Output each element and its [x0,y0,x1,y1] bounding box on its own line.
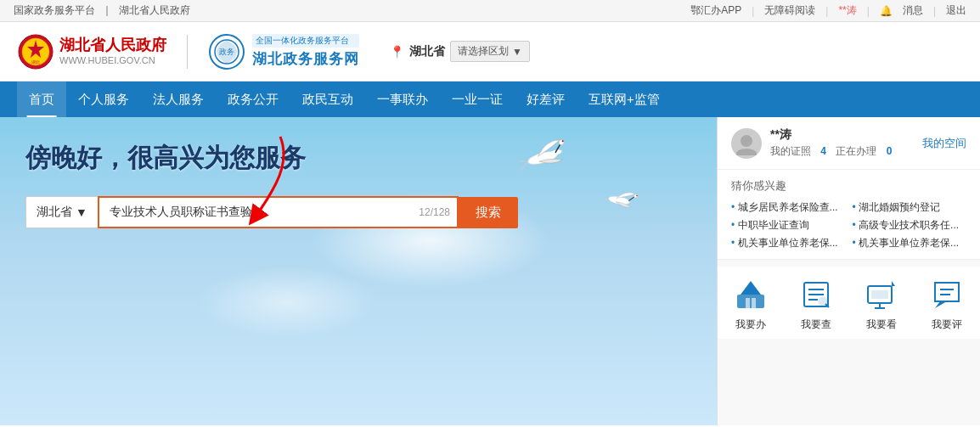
svg-marker-20 [741,281,761,295]
search-province-selector[interactable]: 湖北省 ▼ [25,196,98,228]
chevron-down-icon: ▼ [512,46,522,58]
nav-onelicense-label: 一业一证 [452,92,503,108]
nav-legal-label: 法人服务 [153,92,204,108]
divider-4: | [933,5,936,17]
search-province-arrow-icon: ▼ [76,205,87,219]
nav-home-label: 首页 [29,92,54,108]
nav-item-legal[interactable]: 法人服务 [141,81,216,117]
bell-icon: 🔔 [880,5,893,17]
nav-item-personal[interactable]: 个人服务 [66,81,141,117]
rate-icon [929,277,965,312]
annotation-arrow [238,132,297,229]
quick-action-view[interactable]: 我要看 [864,277,899,332]
quick-action-query-label: 我要查 [801,317,831,332]
query-icon [798,277,834,312]
nav-interaction-label: 政民互动 [302,92,353,108]
svg-rect-22 [752,298,756,308]
quick-action-rate[interactable]: 我要评 [929,277,965,332]
divider-1: | [752,5,754,17]
app-link[interactable]: 鄂汇办APP [690,3,741,18]
svg-rect-32 [871,290,888,299]
location-name: 湖北省 [409,44,445,59]
right-panel: **涛 我的证照 4 正在办理 0 我的空间 猜你感兴趣 城乡居民养老保险查..… [717,117,980,425]
top-bar: 国家政务服务平台 ｜ 湖北省人民政府 鄂汇办APP | 无障碍阅读 | **涛 … [0,0,980,22]
interest-item-4[interactable]: 高级专业技术职务任... [853,218,967,233]
svg-marker-35 [935,301,947,308]
quick-action-query[interactable]: 我要查 [798,277,834,332]
gov-emblem-icon: 湖北 [17,33,54,70]
svg-point-18 [736,149,757,155]
quick-action-handle-label: 我要办 [735,317,766,332]
main-nav: 首页 个人服务 法人服务 政务公开 政民互动 一事联办 一业一证 好差评 互联网… [0,81,980,117]
header-divider [187,35,188,69]
top-bar-right: 鄂汇办APP | 无障碍阅读 | **涛 | 🔔 消息 | 退出 [690,3,966,18]
interest-item-1[interactable]: 城乡居民养老保险查... [731,200,846,215]
hubei-gov-link[interactable]: 湖北省人民政府 [119,3,190,18]
nav-item-onestop[interactable]: 一事联办 [365,81,440,117]
svg-text:政务: 政务 [219,48,234,56]
top-bar-left: 国家政务服务平台 ｜ 湖北省人民政府 [14,3,190,18]
nav-openness-label: 政务公开 [228,92,279,108]
location-dropdown-label: 请选择区划 [458,44,509,59]
processing-count: 0 [887,145,893,157]
quick-actions: 我要办 我要查 [718,267,980,339]
svg-text:湖北: 湖北 [31,59,40,65]
gov-url: WWW.HUBEI.GOV.CN [59,55,166,66]
certs-count: 4 [820,145,826,157]
search-province-label: 湖北省 [37,205,72,220]
national-platform-link[interactable]: 国家政务服务平台 [14,3,95,18]
interest-item-5[interactable]: 机关事业单位养老保... [731,236,846,250]
nav-item-rating[interactable]: 好差评 [515,81,577,117]
certs-label: 我的证照 [770,145,811,157]
search-count: 12/128 [419,206,450,218]
my-space-button[interactable]: 我的空间 [922,136,966,151]
service-logo[interactable]: 政务 全国一体化政务服务平台 湖北政务服务网 [208,33,359,70]
view-icon [864,277,899,312]
logout-link[interactable]: 退出 [946,3,966,18]
svg-point-17 [741,135,752,147]
svg-line-9 [518,162,530,171]
interest-item-3[interactable]: 中职毕业证查询 [731,218,846,233]
location-dropdown-button[interactable]: 请选择区划 ▼ [450,41,530,62]
nav-item-onelicense[interactable]: 一业一证 [440,81,515,117]
gov-logo-text: 湖北省人民政府 WWW.HUBEI.GOV.CN [59,37,166,66]
svg-rect-19 [737,295,764,308]
service-logo-text: 全国一体化政务服务平台 湖北政务服务网 [252,34,359,69]
interest-item-6[interactable]: 机关事业单位养老保... [853,236,967,250]
user-info-left: **涛 我的证照 4 正在办理 0 [731,127,898,159]
hero-section: 傍晚好，很高兴为您服务 湖北省 ▼ 12/128 搜索 [0,117,717,425]
service-main-name: 湖北政务服务网 [252,49,359,69]
nav-item-home[interactable]: 首页 [17,81,66,117]
divider-2: | [825,5,828,17]
svg-line-16 [600,197,608,203]
user-details: **涛 我的证照 4 正在办理 0 [770,127,898,159]
gov-main-name: 湖北省人民政府 [59,37,166,55]
platform-tag: 全国一体化政务服务平台 [252,34,359,48]
message-link[interactable]: 消息 [903,3,923,18]
handle-icon [733,277,769,312]
quick-action-handle[interactable]: 我要办 [733,277,769,332]
service-emblem-icon: 政务 [208,33,245,70]
current-user: **涛 [838,3,856,18]
top-bar-separator: ｜ [102,3,112,18]
gov-logo[interactable]: 湖北 湖北省人民政府 WWW.HUBEI.GOV.CN [17,33,166,70]
user-name: **涛 [770,127,898,143]
quick-action-rate-label: 我要评 [932,317,962,332]
location-pin-icon: 📍 [390,45,404,59]
nav-item-openness[interactable]: 政务公开 [216,81,290,117]
svg-rect-21 [746,298,750,308]
nav-item-interaction[interactable]: 政民互动 [290,81,365,117]
avatar [731,128,762,159]
nav-internet-label: 互联网+监管 [589,92,660,108]
main-content: 傍晚好，很高兴为您服务 湖北省 ▼ 12/128 搜索 [0,117,980,425]
cranes-decoration [475,132,696,302]
interest-item-2[interactable]: 湖北婚姻预约登记 [853,200,967,215]
user-stats: 我的证照 4 正在办理 0 [770,144,898,159]
accessibility-link[interactable]: 无障碍阅读 [764,3,815,18]
nav-rating-label: 好差评 [527,92,565,108]
interests-title: 猜你感兴趣 [731,178,966,194]
quick-action-view-label: 我要看 [866,317,897,332]
location-selector: 📍 湖北省 请选择区划 ▼ [390,41,530,62]
nav-item-internet[interactable]: 互联网+监管 [577,81,672,117]
processing-label: 正在办理 [836,145,876,157]
